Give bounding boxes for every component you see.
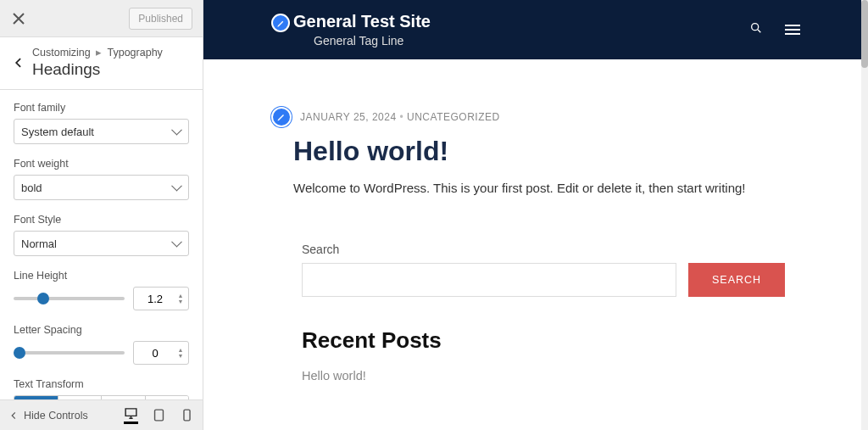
spinner-icon[interactable]: ▲▼ <box>175 343 186 362</box>
breadcrumb-root: Customizing <box>32 47 91 59</box>
site-header: General Test Site General Tag Line <box>203 0 868 59</box>
font-family-field: Font family System default <box>14 102 189 144</box>
search-widget: SEARCH <box>302 263 800 297</box>
post-title[interactable]: Hello world! <box>293 136 800 167</box>
font-style-label: Font Style <box>14 214 189 226</box>
spinner-icon[interactable]: ▲▼ <box>175 289 186 308</box>
font-weight-select[interactable]: bold <box>14 175 189 200</box>
hide-controls-button[interactable]: Hide Controls <box>8 410 88 422</box>
customizer-panel: Published Customizing ▸ Typography Headi… <box>0 0 203 430</box>
preview-pane: General Test Site General Tag Line JANUA… <box>203 0 868 430</box>
device-desktop[interactable] <box>124 406 138 424</box>
line-height-input[interactable] <box>139 293 171 305</box>
letter-spacing-slider[interactable] <box>14 351 125 355</box>
preview-scrollbar[interactable] <box>861 0 868 430</box>
device-mobile[interactable] <box>180 408 194 422</box>
publish-button[interactable]: Published <box>129 8 192 30</box>
breadcrumb: Customizing ▸ Typography <box>32 46 191 59</box>
letter-spacing-input[interactable] <box>139 347 171 360</box>
pencil-icon <box>276 112 287 122</box>
post-category[interactable]: UNCATEGORIZED <box>407 111 500 123</box>
search-input[interactable] <box>302 263 676 297</box>
font-family-select[interactable]: System default <box>14 119 189 144</box>
font-style-field: Font Style Normal <box>14 214 189 256</box>
hamburger-icon <box>785 25 800 26</box>
search-icon <box>749 21 763 35</box>
line-height-label: Line Height <box>14 270 189 282</box>
panel-footer: Hide Controls <box>0 399 203 430</box>
line-height-slider[interactable] <box>14 297 125 300</box>
site-content: JANUARY 25, 2024 • UNCATEGORIZED Hello w… <box>203 59 868 399</box>
letter-spacing-label: Letter Spacing <box>14 324 189 336</box>
edit-shortcut-button[interactable] <box>271 107 292 127</box>
device-tablet[interactable] <box>152 408 166 422</box>
header-search-button[interactable] <box>749 21 763 38</box>
font-weight-field: Font weight bold <box>14 158 189 200</box>
pencil-icon <box>276 19 286 28</box>
site-logo-icon <box>271 14 290 32</box>
scrollbar-thumb[interactable] <box>861 0 868 68</box>
chevron-left-icon <box>8 410 19 421</box>
header-actions <box>749 21 800 38</box>
search-button[interactable]: SEARCH <box>688 263 785 297</box>
mobile-icon <box>180 408 194 422</box>
breadcrumb-separator: ▸ <box>96 47 102 59</box>
letter-spacing-field: Letter Spacing ▲▼ <box>14 324 189 365</box>
post-meta: JANUARY 25, 2024 • UNCATEGORIZED <box>300 111 500 123</box>
panel-top-bar: Published <box>0 0 203 37</box>
site-branding[interactable]: General Test Site General Tag Line <box>271 12 431 47</box>
svg-rect-0 <box>155 410 164 421</box>
hide-controls-label: Hide Controls <box>24 410 88 422</box>
sidebar-widgets: Search SEARCH Recent Posts Hello world! <box>302 243 800 383</box>
post-meta-row: JANUARY 25, 2024 • UNCATEGORIZED <box>271 107 800 127</box>
panel-title: Headings <box>32 60 191 79</box>
line-height-field: Line Height ▲▼ <box>14 270 189 310</box>
breadcrumb-parent: Typography <box>108 47 163 59</box>
recent-posts-heading: Recent Posts <box>302 327 800 354</box>
meta-separator: • <box>399 111 407 123</box>
line-height-number[interactable]: ▲▼ <box>133 287 189 310</box>
svg-rect-1 <box>184 410 190 421</box>
letter-spacing-number[interactable]: ▲▼ <box>133 341 189 365</box>
site-title: General Test Site <box>293 12 431 31</box>
text-transform-label: Text Transform <box>14 378 189 390</box>
font-style-select[interactable]: Normal <box>14 231 189 256</box>
panel-body: Font family System default Font weight b… <box>0 90 203 399</box>
desktop-icon <box>124 406 138 421</box>
font-family-label: Font family <box>14 102 189 114</box>
close-icon <box>10 10 27 27</box>
close-button[interactable] <box>10 10 27 27</box>
back-button[interactable] <box>12 57 25 69</box>
site-tagline: General Tag Line <box>314 34 431 47</box>
panel-header: Customizing ▸ Typography Headings <box>0 37 203 90</box>
recent-post-link[interactable]: Hello world! <box>302 369 800 383</box>
header-menu-button[interactable] <box>785 22 800 37</box>
chevron-left-icon <box>13 57 25 69</box>
post-body: Welcome to WordPress. This is your first… <box>293 181 800 195</box>
device-toggle <box>124 406 194 424</box>
tablet-icon <box>152 408 166 422</box>
text-transform-field: Text Transform - Aa aa AA <box>14 378 189 399</box>
svg-point-2 <box>752 24 759 31</box>
font-weight-label: Font weight <box>14 158 189 170</box>
post-date: JANUARY 25, 2024 <box>300 111 397 123</box>
search-widget-label: Search <box>302 243 800 256</box>
